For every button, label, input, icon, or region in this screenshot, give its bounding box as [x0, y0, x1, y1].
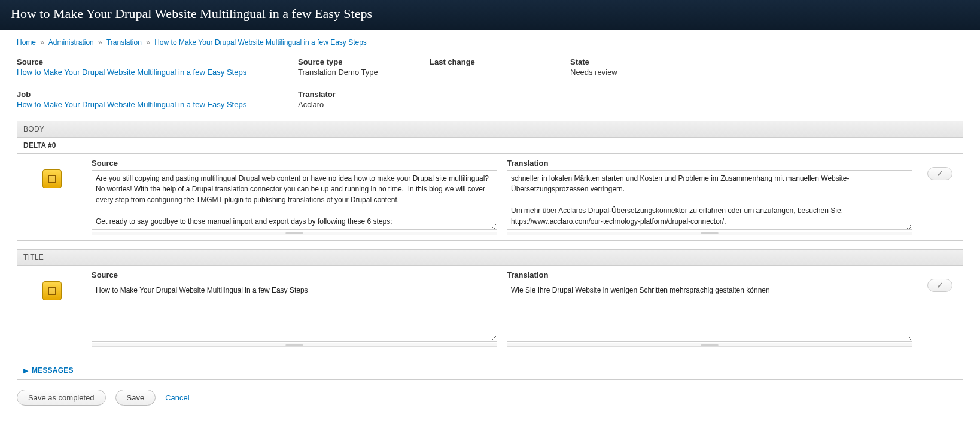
body-fieldset: BODY DELTA #0 Source Translation ✓ — [17, 121, 963, 241]
meta-state-label: State — [570, 57, 963, 66]
title-status-icon-wrap — [22, 270, 82, 300]
resize-grip[interactable] — [507, 343, 912, 347]
breadcrumb-sep: » — [98, 38, 102, 47]
page-title: How to Make Your Drupal Website Multilin… — [11, 6, 969, 22]
meta-source-label: Source — [17, 57, 298, 66]
body-source-label: Source — [92, 159, 497, 168]
check-icon: ✓ — [936, 280, 944, 291]
body-status-icon-wrap — [22, 159, 82, 188]
body-translation-textarea[interactable] — [507, 170, 912, 230]
breadcrumb-sep: » — [146, 38, 150, 47]
content-area: Home » Administration » Translation » Ho… — [0, 30, 980, 430]
meta-translator-value: Acclaro — [298, 100, 430, 109]
cancel-link[interactable]: Cancel — [165, 393, 189, 402]
save-button[interactable]: Save — [115, 390, 156, 406]
breadcrumb-sep: » — [40, 38, 44, 47]
title-translation-textarea[interactable] — [507, 282, 912, 342]
messages-collapsible[interactable]: ▶ MESSAGES — [17, 361, 963, 380]
meta-translator: Translator Acclaro — [298, 90, 430, 109]
meta-job-label: Job — [17, 90, 298, 99]
title-fieldset-header: TITLE — [17, 250, 963, 266]
accept-translation-button[interactable]: ✓ — [927, 279, 952, 292]
needs-review-icon — [42, 281, 62, 300]
form-actions: Save as completed Save Cancel — [17, 390, 963, 406]
body-source-col: Source — [92, 159, 497, 235]
title-accept-wrap: ✓ — [922, 270, 958, 292]
title-translation-col: Translation — [507, 270, 912, 347]
meta-job-link[interactable]: How to Make Your Drupal Website Multilin… — [17, 100, 246, 109]
needs-review-icon — [42, 169, 62, 188]
meta-job: Job How to Make Your Drupal Website Mult… — [17, 90, 298, 109]
meta-translator-label: Translator — [298, 90, 430, 99]
accept-translation-button[interactable]: ✓ — [927, 167, 952, 180]
check-icon: ✓ — [936, 168, 944, 179]
title-source-label: Source — [92, 270, 497, 279]
body-fieldset-header: BODY — [17, 121, 963, 138]
meta-last-change: Last change — [430, 57, 570, 77]
body-source-textarea[interactable] — [92, 170, 497, 230]
resize-grip[interactable] — [92, 343, 497, 347]
body-accept-wrap: ✓ — [922, 159, 958, 180]
breadcrumb-administration[interactable]: Administration — [48, 38, 94, 47]
body-translation-label: Translation — [507, 159, 912, 168]
meta-source-type-label: Source type — [298, 57, 430, 66]
triangle-right-icon: ▶ — [23, 367, 28, 375]
meta-state: State Needs review — [570, 57, 963, 77]
resize-grip[interactable] — [507, 232, 912, 235]
title-translation-label: Translation — [507, 270, 912, 279]
title-row: Source Translation ✓ — [17, 266, 963, 352]
page-header: How to Make Your Drupal Website Multilin… — [0, 0, 980, 30]
meta-source-type-value: Translation Demo Type — [298, 68, 430, 77]
title-fieldset: TITLE Source Translation ✓ — [17, 249, 963, 352]
title-source-textarea[interactable] — [92, 282, 497, 342]
meta-source-link[interactable]: How to Make Your Drupal Website Multilin… — [17, 68, 246, 77]
body-delta-header: DELTA #0 — [17, 138, 963, 154]
meta-source-type: Source type Translation Demo Type — [298, 57, 430, 77]
title-source-col: Source — [92, 270, 497, 347]
breadcrumb-home[interactable]: Home — [17, 38, 36, 47]
meta-state-value: Needs review — [570, 68, 963, 77]
resize-grip[interactable] — [92, 232, 497, 235]
breadcrumb-translation[interactable]: Translation — [106, 38, 142, 47]
meta-grid: Source How to Make Your Drupal Website M… — [17, 57, 963, 109]
meta-source: Source How to Make Your Drupal Website M… — [17, 57, 298, 77]
breadcrumb: Home » Administration » Translation » Ho… — [17, 38, 963, 47]
body-row: Source Translation ✓ — [17, 154, 963, 240]
breadcrumb-current[interactable]: How to Make Your Drupal Website Multilin… — [154, 38, 367, 47]
body-translation-col: Translation — [507, 159, 912, 235]
meta-last-change-label: Last change — [430, 57, 570, 66]
save-as-completed-button[interactable]: Save as completed — [17, 390, 106, 406]
messages-link[interactable]: MESSAGES — [32, 366, 74, 375]
